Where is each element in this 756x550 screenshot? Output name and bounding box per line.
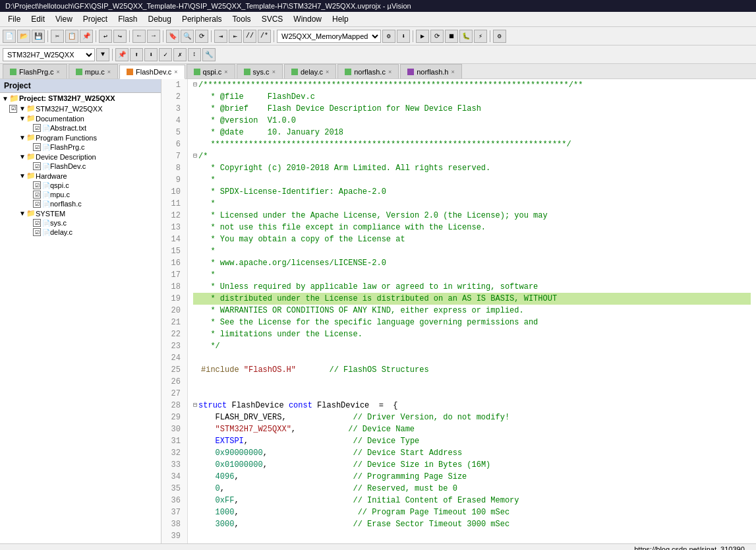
tree-flashdev[interactable]: ☑ 📄 FlashDev.c xyxy=(0,162,161,171)
toggle-devdesc[interactable]: ▼ xyxy=(18,153,26,160)
tree-delay[interactable]: ☑ 📄 delay.c xyxy=(0,228,161,237)
menu-view[interactable]: View xyxy=(50,13,78,25)
toggle-stm32[interactable]: ▼ xyxy=(18,105,26,112)
uncomment-btn[interactable]: /* xyxy=(258,30,271,43)
tree-abstract[interactable]: ☑ 📄 Abstract.txt xyxy=(0,123,161,133)
toggle-progfunc[interactable]: ▼ xyxy=(18,134,26,141)
check-flashdev[interactable]: ☑ xyxy=(33,162,41,170)
check-abstract[interactable]: ☑ xyxy=(33,124,41,132)
tab-norflashh-close[interactable]: × xyxy=(451,69,454,75)
tab-flashdev-close[interactable]: × xyxy=(174,69,177,75)
menu-help[interactable]: Help xyxy=(327,13,354,25)
run-btn[interactable]: 🐛 xyxy=(459,30,473,43)
check-sys[interactable]: ☑ xyxy=(33,219,41,227)
tab-delay-close[interactable]: × xyxy=(326,69,329,75)
open-btn[interactable]: 📂 xyxy=(17,30,30,43)
code-line-6: ****************************************… xyxy=(193,138,751,150)
tab-norflash-close[interactable]: × xyxy=(388,69,392,75)
search-btn[interactable]: 🔍 xyxy=(181,30,194,43)
check-delay[interactable]: ☑ xyxy=(33,228,41,236)
undo-btn[interactable]: ↩ xyxy=(99,30,112,43)
tree-norflash[interactable]: ☑ 📄 norflash.c xyxy=(0,199,161,208)
check-stm32[interactable]: ☑ xyxy=(9,105,17,113)
menu-edit[interactable]: Edit xyxy=(26,13,50,25)
tree-project-root[interactable]: ▼ 📁 Project: STM32H7_W25QXX xyxy=(0,93,161,104)
menu-window[interactable]: Window xyxy=(288,13,327,25)
stop-btn[interactable]: ⏹ xyxy=(445,30,458,43)
tab-sys-close[interactable]: × xyxy=(272,69,276,75)
tree-program-functions[interactable]: ▼ 📁 Program Functions xyxy=(0,133,161,142)
tree-sys[interactable]: ☑ 📄 sys.c xyxy=(0,218,161,228)
fwd-btn[interactable]: → xyxy=(147,30,160,43)
t1[interactable]: 📌 xyxy=(115,48,129,61)
rebuild-btn[interactable]: ⟳ xyxy=(430,30,444,43)
tab-qspi-close[interactable]: × xyxy=(224,69,227,75)
code-panel[interactable]: 1 2 3 4 5 6 7 8 9 10 11 12 13 14 15 16 1… xyxy=(161,79,756,543)
load-btn[interactable]: ⬇ xyxy=(397,30,410,43)
memory-map-combo[interactable]: W25QXX_MemoryMapped xyxy=(277,30,381,43)
back-btn[interactable]: ← xyxy=(132,30,146,43)
fold-28[interactable]: ⊟ xyxy=(193,400,197,412)
t5[interactable]: ✗ xyxy=(173,48,187,61)
tab-flashprg[interactable]: FlashPrg.c × xyxy=(3,64,67,78)
menu-svcs[interactable]: SVCS xyxy=(256,13,289,25)
check-flashprg[interactable]: ☑ xyxy=(33,143,41,151)
toggle-sys[interactable]: ▼ xyxy=(18,210,26,217)
check-mpu[interactable]: ☑ xyxy=(33,191,41,199)
bookmark-btn[interactable]: 🔖 xyxy=(166,30,179,43)
t3[interactable]: ⬇ xyxy=(144,48,158,61)
fold-7[interactable]: ⊟ xyxy=(193,150,197,162)
flash-btn[interactable]: ⚡ xyxy=(474,30,487,43)
tab-sys[interactable]: sys.c × xyxy=(237,64,283,78)
tab-qspi[interactable]: qspi.c × xyxy=(187,64,235,78)
tab-delay[interactable]: delay.c × xyxy=(284,64,336,78)
menu-peripherals[interactable]: Peripherals xyxy=(177,13,227,25)
target-combo[interactable]: STM32H7_W25QXX xyxy=(3,48,95,61)
tree-documentation[interactable]: ▼ 📁 Documentation xyxy=(0,113,161,123)
indent-btn[interactable]: ⇥ xyxy=(214,30,227,43)
replace-btn[interactable]: ⟳ xyxy=(195,30,208,43)
fold-1[interactable]: ⊟ xyxy=(193,79,197,91)
tab-mpu-close[interactable]: × xyxy=(107,69,111,75)
build-btn[interactable]: ▶ xyxy=(416,30,429,43)
code-line-18: * Unless required by applicable law or a… xyxy=(193,281,751,293)
new-btn[interactable]: 📄 xyxy=(3,30,16,43)
t6[interactable]: ↕ xyxy=(188,48,201,61)
menu-tools[interactable]: Tools xyxy=(227,13,256,25)
tree-qspi[interactable]: ☑ 📄 qspi.c xyxy=(0,181,161,190)
tab-flashdev[interactable]: FlashDev.c × xyxy=(119,65,185,79)
t4[interactable]: ✓ xyxy=(159,48,172,61)
menu-debug[interactable]: Debug xyxy=(143,13,177,25)
toggle-docs[interactable]: ▼ xyxy=(18,115,26,122)
tab-flashprg-close[interactable]: × xyxy=(57,69,60,75)
code-area[interactable]: ⊟/**************************************… xyxy=(188,79,756,543)
config-btn[interactable]: ⚙ xyxy=(382,30,395,43)
menu-project[interactable]: Project xyxy=(78,13,113,25)
tab-norflash[interactable]: norflash.c × xyxy=(337,64,399,78)
toggle-root[interactable]: ▼ xyxy=(1,95,9,102)
check-qspi[interactable]: ☑ xyxy=(33,181,41,189)
cut-btn[interactable]: ✂ xyxy=(51,30,64,43)
t7[interactable]: 🔧 xyxy=(202,48,216,61)
tab-norflashh[interactable]: norflash.h × xyxy=(400,64,462,78)
toggle-hw[interactable]: ▼ xyxy=(18,172,26,179)
tree-system[interactable]: ▼ 📁 SYSTEM xyxy=(0,208,161,218)
comment-btn[interactable]: // xyxy=(243,30,256,43)
tab-mpu[interactable]: mpu.c × xyxy=(69,64,118,78)
tree-stm32[interactable]: ☑ ▼ 📁 STM32H7_W25QXX xyxy=(0,104,161,113)
menu-flash[interactable]: Flash xyxy=(113,13,142,25)
save-btn[interactable]: 💾 xyxy=(32,30,45,43)
target-settings-btn[interactable]: ▼ xyxy=(96,48,109,61)
tree-device-description[interactable]: ▼ 📁 Device Description xyxy=(0,152,161,162)
menu-file[interactable]: File xyxy=(3,13,26,25)
tree-hardware[interactable]: ▼ 📁 Hardware xyxy=(0,171,161,181)
check-norflash[interactable]: ☑ xyxy=(33,200,41,208)
redo-btn[interactable]: ↪ xyxy=(113,30,127,43)
tree-flashprg[interactable]: ☑ 📄 FlashPrg.c xyxy=(0,142,161,152)
tree-mpu[interactable]: ☑ 📄 mpu.c xyxy=(0,190,161,199)
outdent-btn[interactable]: ⇤ xyxy=(229,30,242,43)
copy-btn[interactable]: 📋 xyxy=(65,30,78,43)
settings-btn[interactable]: ⚙ xyxy=(493,30,506,43)
paste-btn[interactable]: 📌 xyxy=(80,30,93,43)
t2[interactable]: ⬆ xyxy=(130,48,143,61)
